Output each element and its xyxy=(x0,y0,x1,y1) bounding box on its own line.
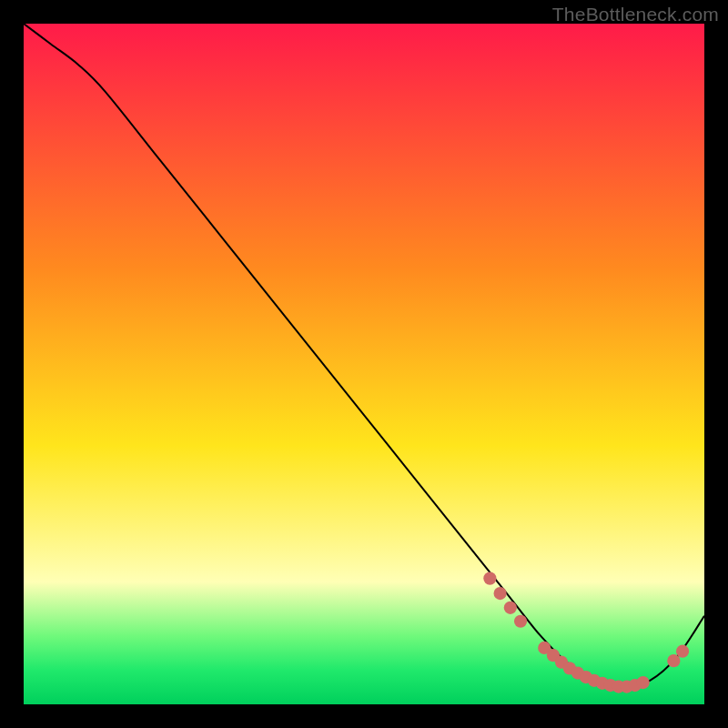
watermark-text: TheBottleneck.com xyxy=(552,4,719,25)
highlight-dot xyxy=(493,587,506,600)
highlight-dot xyxy=(504,602,517,614)
highlight-dot xyxy=(676,645,689,658)
chart-stage: TheBottleneck.com xyxy=(0,0,728,728)
curve-layer xyxy=(24,24,704,704)
plot-area xyxy=(24,24,704,704)
highlight-dot xyxy=(514,615,527,628)
highlight-dot xyxy=(667,654,680,667)
highlight-dot xyxy=(483,572,496,585)
highlight-dot xyxy=(637,676,650,689)
bottleneck-curve xyxy=(24,24,704,687)
